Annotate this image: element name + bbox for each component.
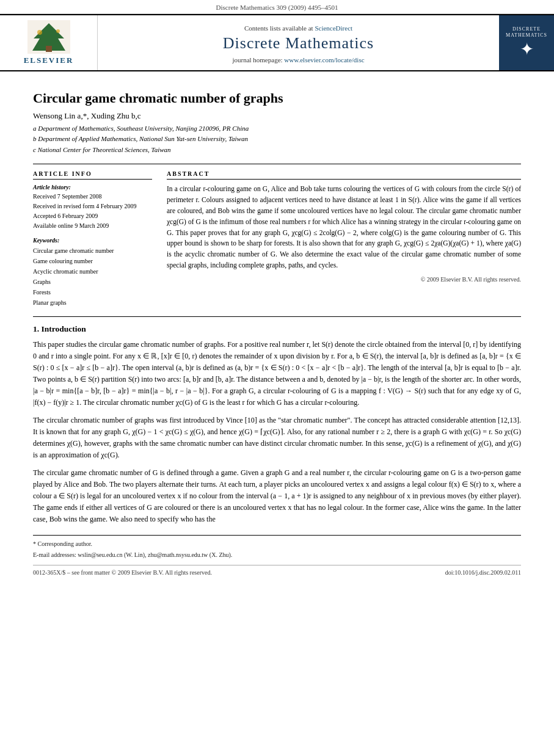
paper-title: Circular game chromatic number of graphs [33,90,521,107]
keywords-list: Circular game chromatic number Game colo… [33,245,152,308]
keyword-5: Forests [33,287,152,297]
intro-para3: The circular game chromatic number of G … [33,467,521,525]
affiliation-c: c National Center for Theoretical Scienc… [33,145,521,156]
dm-logo-area: DISCRETEMATHEMATICS ✦ [499,15,554,70]
footer-bottom: 0012-365X/$ – see front matter © 2009 El… [33,565,521,578]
journal-title: Discrete Mathematics [223,34,374,53]
abstract-heading: ABSTRACT [167,170,521,180]
footnote-area: * Corresponding author. E-mail addresses… [33,535,521,578]
main-content: Circular game chromatic number of graphs… [0,71,554,589]
affiliations: a Department of Mathematics, Southeast U… [33,123,521,156]
intro-para1: This paper studies the circular game chr… [33,339,521,409]
article-info-column: ARTICLE INFO Article history: Received 7… [33,170,152,308]
abstract-text: In a circular r-colouring game on G, Ali… [167,184,521,271]
affiliation-b: b Department of Applied Mathematics, Nat… [33,134,521,145]
keywords-section: Keywords: Circular game chromatic number… [33,237,152,308]
intro-heading-label: Introduction [42,324,86,333]
contents-available-line: Contents lists available at ScienceDirec… [244,24,352,32]
sciencedirect-link[interactable]: ScienceDirect [315,24,352,32]
elsevier-text: ELSEVIER [24,56,74,65]
homepage-link[interactable]: www.elsevier.com/locate/disc [284,56,364,64]
affiliation-a: a Department of Mathematics, Southeast U… [33,123,521,134]
paper-authors: Wensong Lin a,*, Xuding Zhu b,c [33,111,521,121]
elsevier-tree-icon [27,20,70,54]
abstract-column: ABSTRACT In a circular r-colouring game … [167,170,521,308]
section-divider [33,316,521,317]
homepage-line: journal homepage: www.elsevier.com/locat… [232,56,364,64]
corresponding-author-note: * Corresponding author. [33,539,521,549]
journal-header: ELSEVIER Contents lists available at Sci… [0,14,554,71]
article-dates: Received 7 September 2008 Received in re… [33,192,152,231]
article-info-heading: ARTICLE INFO [33,170,152,180]
elsevier-logo-area: ELSEVIER [0,15,98,70]
revised-date: Received in revised form 4 February 2009 [33,202,152,211]
email-line: E-mail addresses: wslin@seu.edu.cn (W. L… [33,550,521,560]
intro-para2: The circular chromatic number of graphs … [33,415,521,461]
copyright-line: © 2009 Elsevier B.V. All rights reserved… [167,276,521,283]
keyword-2: Game colouring number [33,256,152,266]
intro-heading: 1. Introduction [33,324,521,334]
keyword-4: Graphs [33,277,152,287]
keywords-label: Keywords: [33,237,152,244]
doi-line: doi:10.1016/j.disc.2009.02.011 [445,568,521,578]
svg-point-3 [37,30,42,35]
dm-logo-title: DISCRETEMATHEMATICS [504,26,550,39]
article-history-label: Article history: [33,184,152,191]
journal-reference: Discrete Mathematics 309 (2009) 4495–450… [0,0,554,14]
dm-star-icon: ✦ [504,39,550,60]
issn-line: 0012-365X/$ – see front matter © 2009 El… [33,568,212,578]
accepted-date: Accepted 6 February 2009 [33,211,152,221]
svg-point-4 [56,29,60,33]
journal-center: Contents lists available at ScienceDirec… [98,15,499,70]
received-date: Received 7 September 2008 [33,192,152,202]
keyword-3: Acyclic chromatic number [33,266,152,277]
online-date: Available online 9 March 2009 [33,221,152,231]
keyword-6: Planar graphs [33,297,152,308]
svg-rect-2 [46,46,52,52]
keyword-1: Circular game chromatic number [33,245,152,256]
article-info-abstract: ARTICLE INFO Article history: Received 7… [33,164,521,308]
